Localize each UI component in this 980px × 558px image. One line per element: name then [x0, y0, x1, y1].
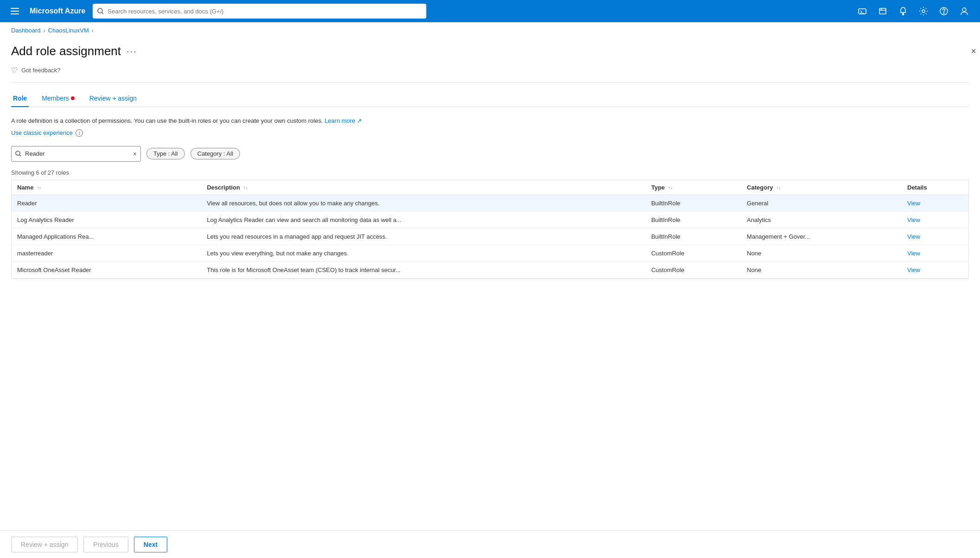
cell-name: Reader [12, 195, 201, 211]
breadcrumb-dashboard[interactable]: Dashboard [11, 27, 41, 34]
tab-members-label: Members [42, 95, 69, 102]
cell-details[interactable]: View [902, 261, 968, 278]
feedback-text[interactable]: Got feedback? [21, 67, 61, 74]
directory-button[interactable] [874, 3, 891, 19]
feedback-bar: ♡ Got feedback? [11, 66, 969, 82]
breadcrumb: Dashboard › ChaosLinuxVM › [0, 22, 980, 38]
cell-type: BuiltInRole [645, 228, 741, 245]
tabs-navigation: Role Members Review + assign [11, 90, 969, 107]
cell-name: Microsoft OneAsset Reader [12, 261, 201, 278]
main-content: Add role assignment ··· × ♡ Got feedback… [0, 38, 980, 327]
cell-description: Lets you view everything, but not make a… [201, 245, 645, 261]
global-search-input[interactable] [107, 8, 422, 15]
hamburger-menu-button[interactable] [7, 4, 22, 19]
breadcrumb-sep-2: › [92, 27, 94, 34]
close-button[interactable]: × [967, 44, 980, 58]
table-body: ReaderView all resources, but does not a… [12, 195, 968, 278]
svg-point-3 [98, 8, 102, 13]
filters-row: × Type : All Category : All [11, 146, 969, 162]
tab-review-label: Review + assign [89, 95, 137, 102]
cell-name: Managed Applications Rea... [12, 228, 201, 245]
role-search-input[interactable] [25, 150, 129, 157]
cell-details[interactable]: View [902, 245, 968, 261]
type-filter-pill[interactable]: Type : All [146, 148, 185, 159]
roles-table: Name ↑↓ Description ↑↓ Type ↑↓ Category … [12, 180, 968, 279]
settings-button[interactable] [915, 3, 932, 19]
search-icon-small [15, 151, 21, 157]
cell-category: General [741, 195, 902, 211]
category-sort-arrows[interactable]: ↑↓ [777, 186, 781, 190]
cell-description: View all resources, but does not allow y… [201, 195, 645, 211]
cell-category: Management + Gover... [741, 228, 902, 245]
category-filter-pill[interactable]: Category : All [190, 148, 240, 159]
cell-details[interactable]: View [902, 211, 968, 228]
topnav-icon-group [854, 3, 973, 19]
cell-type: CustomRole [645, 261, 741, 278]
cell-category: Analytics [741, 211, 902, 228]
search-icon [97, 8, 104, 14]
svg-rect-0 [11, 8, 19, 9]
cell-description: Log Analytics Reader can view and search… [201, 211, 645, 228]
page-title: Add role assignment [11, 44, 121, 58]
cell-name: masterreader [12, 245, 201, 261]
cloud-shell-button[interactable] [854, 3, 871, 19]
tab-role-label: Role [13, 95, 27, 102]
cell-type: BuiltInRole [645, 195, 741, 211]
col-name[interactable]: Name ↑↓ [12, 180, 201, 195]
breadcrumb-vm[interactable]: ChaosLinuxVM [48, 27, 89, 34]
cell-name: Log Analytics Reader [12, 211, 201, 228]
svg-point-11 [903, 14, 904, 15]
tab-role[interactable]: Role [11, 90, 29, 107]
col-category[interactable]: Category ↑↓ [741, 180, 902, 195]
tab-review-assign[interactable]: Review + assign [88, 90, 139, 107]
table-header-row: Name ↑↓ Description ↑↓ Type ↑↓ Category … [12, 180, 968, 195]
breadcrumb-sep-1: › [44, 27, 45, 34]
svg-point-12 [922, 10, 925, 13]
svg-rect-2 [11, 13, 19, 14]
table-row[interactable]: Log Analytics ReaderLog Analytics Reader… [12, 211, 968, 228]
col-description[interactable]: Description ↑↓ [201, 180, 645, 195]
svg-point-16 [16, 151, 20, 155]
table-row[interactable]: ReaderView all resources, but does not a… [12, 195, 968, 211]
col-details: Details [902, 180, 968, 195]
help-button[interactable] [936, 3, 952, 19]
svg-point-14 [943, 13, 944, 14]
role-search-box[interactable]: × [11, 146, 141, 162]
info-icon: i [76, 129, 83, 137]
showing-count-text: Showing 6 of 27 roles [11, 169, 969, 176]
cell-details[interactable]: View [902, 195, 968, 211]
more-options-button[interactable]: ··· [126, 46, 137, 57]
cell-description: This role is for Microsoft OneAsset team… [201, 261, 645, 278]
svg-rect-1 [11, 11, 19, 12]
cell-type: CustomRole [645, 245, 741, 261]
table-row[interactable]: masterreaderLets you view everything, bu… [12, 245, 968, 261]
classic-experience-link[interactable]: Use classic experience i [11, 129, 969, 137]
notifications-button[interactable] [895, 3, 911, 19]
svg-point-15 [962, 8, 966, 12]
table-row[interactable]: Managed Applications Rea...Lets you read… [12, 228, 968, 245]
top-navigation: Microsoft Azure [0, 0, 980, 22]
cell-type: BuiltInRole [645, 211, 741, 228]
tab-members[interactable]: Members [40, 90, 76, 107]
name-sort-arrows[interactable]: ↑↓ [37, 186, 41, 190]
heart-icon: ♡ [11, 66, 18, 75]
learn-more-link[interactable]: Learn more ↗ [324, 117, 362, 124]
col-type[interactable]: Type ↑↓ [645, 180, 741, 195]
page-header: Add role assignment ··· × [11, 38, 969, 66]
svg-rect-7 [879, 8, 886, 14]
cell-details[interactable]: View [902, 228, 968, 245]
azure-brand-logo: Microsoft Azure [30, 7, 85, 15]
type-sort-arrows[interactable]: ↑↓ [668, 186, 672, 190]
roles-table-container: Name ↑↓ Description ↑↓ Type ↑↓ Category … [11, 180, 969, 279]
role-description-text: A role definition is a collection of per… [11, 116, 969, 126]
desc-sort-arrows[interactable]: ↑↓ [244, 186, 248, 190]
cell-category: None [741, 245, 902, 261]
search-clear-button[interactable]: × [133, 150, 137, 158]
cell-category: None [741, 261, 902, 278]
table-row[interactable]: Microsoft OneAsset ReaderThis role is fo… [12, 261, 968, 278]
members-notification-dot [71, 96, 75, 100]
svg-line-4 [102, 13, 103, 14]
account-button[interactable] [956, 3, 973, 19]
global-search-box[interactable] [93, 4, 426, 19]
svg-line-17 [19, 155, 21, 156]
